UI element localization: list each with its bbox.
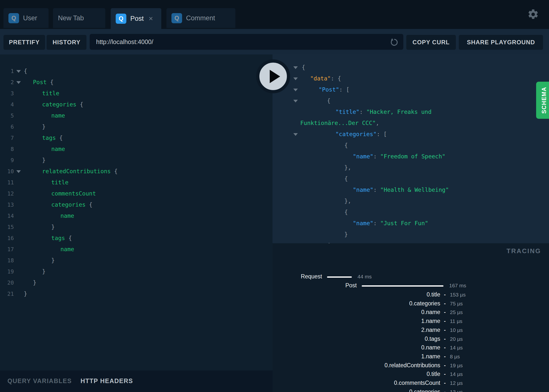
code-token: "Health & Wellbeing"	[380, 187, 449, 193]
line-number: 19	[0, 266, 14, 277]
code-token: {	[111, 168, 118, 174]
line-number: 20	[0, 277, 14, 288]
response-code: "title": "Hacker, Freaks und	[335, 106, 432, 118]
code-token: "data"	[310, 75, 331, 82]
execute-query-button[interactable]	[256, 59, 290, 93]
response-row: },	[273, 196, 549, 207]
endpoint-url-input[interactable]	[90, 34, 403, 50]
tracing-field-value: 12 µs	[450, 380, 463, 386]
copy-curl-button[interactable]: COPY CURL	[406, 35, 456, 50]
response-row: ]	[273, 240, 549, 243]
line-number: 17	[0, 244, 14, 255]
tab-label: New Tab	[58, 14, 84, 22]
code-token: tags	[51, 235, 65, 241]
reload-icon[interactable]	[389, 37, 399, 47]
code-token: "name"	[353, 153, 373, 160]
editor-line: 10relatedContributions {	[0, 166, 273, 177]
line-number: 2	[0, 77, 14, 88]
editor-code: title	[42, 88, 59, 99]
tracing-field-label: 0.name	[273, 309, 440, 316]
editor-line: 18}	[0, 255, 273, 266]
editor-line: 20}	[0, 277, 273, 288]
fold-arrow-icon[interactable]	[293, 133, 298, 136]
tracing-field-dash: -	[444, 336, 446, 342]
fold-arrow-icon[interactable]	[16, 70, 21, 73]
line-number: 18	[0, 255, 14, 266]
code-token: {	[344, 209, 348, 215]
tracing-field-dash: -	[444, 362, 446, 368]
query-variables-tab[interactable]: QUERY VARIABLES	[7, 377, 72, 385]
code-token: }	[33, 279, 36, 286]
line-number: 4	[0, 99, 14, 110]
query-editor[interactable]: 1{2Post {3title4categories {5name6}7tags…	[0, 54, 273, 370]
code-token: }	[42, 123, 46, 130]
fold-arrow-icon[interactable]	[293, 100, 298, 102]
tracing-field-label: 0.commentsCount	[273, 380, 440, 386]
fold-arrow-icon[interactable]	[16, 81, 21, 84]
code-token: "name"	[353, 187, 373, 193]
line-number: 16	[0, 233, 14, 244]
toolbar: PRETTIFY HISTORY COPY CURL SHARE PLAYGRO…	[0, 29, 549, 54]
code-token: {	[344, 142, 348, 148]
editor-code: name	[51, 110, 65, 121]
fold-arrow-icon[interactable]	[293, 89, 298, 91]
response-row: },	[273, 162, 549, 173]
response-code: {	[344, 173, 348, 184]
tab-user[interactable]: QUser	[3, 8, 49, 28]
editor-code: {	[24, 66, 27, 77]
tracing-field-label: 0.categories	[273, 300, 440, 307]
editor-code: name	[51, 144, 65, 155]
tracing-field-label: 0.relatedContributions	[273, 362, 440, 369]
tracing-field-value: 25 µs	[450, 309, 463, 315]
code-token: :	[373, 187, 380, 193]
tracing-field-dash: -	[444, 292, 446, 297]
tracing-field-value: 153 µs	[450, 292, 466, 298]
tab-new-tab[interactable]: New Tab	[53, 8, 105, 28]
fold-arrow-icon[interactable]	[293, 77, 298, 80]
response-code: },	[344, 196, 351, 207]
code-token: name	[51, 146, 65, 152]
tracing-field-value: 8 µs	[450, 354, 460, 360]
code-token: categories	[51, 201, 85, 208]
editor-line: 7tags {	[0, 132, 273, 144]
code-token: {	[327, 98, 330, 104]
editor-code: }	[51, 255, 55, 266]
gear-icon[interactable]	[527, 8, 539, 20]
response-code: {	[327, 95, 330, 106]
tracing-span-bar	[327, 276, 352, 278]
prettify-button[interactable]: PRETTIFY	[3, 35, 45, 50]
editor-line: 21}	[0, 288, 273, 299]
tracing-panel: TRACING Request44 msPost167 ms0.title-15…	[273, 243, 549, 392]
tab-post[interactable]: QPost×	[111, 8, 161, 29]
history-button[interactable]: HISTORY	[47, 35, 86, 50]
tracing-field-dash: -	[444, 371, 446, 377]
tracing-field-value: 14 µs	[450, 371, 463, 377]
tab-label: User	[23, 14, 37, 22]
share-playground-button[interactable]: SHARE PLAYGROUND	[459, 35, 543, 50]
line-number: 5	[0, 110, 14, 121]
code-token: }	[51, 224, 55, 230]
response-code: "name": "Health & Wellbeing"	[353, 184, 449, 196]
tab-comment[interactable]: QComment	[166, 8, 235, 28]
code-token: : [	[377, 131, 387, 137]
tracing-field-label: 0.title	[273, 291, 440, 298]
fold-arrow-icon[interactable]	[293, 66, 298, 69]
schema-tab[interactable]: SCHEMA	[536, 82, 549, 119]
query-badge: Q	[8, 13, 19, 23]
editor-line: 12commentsCount	[0, 188, 273, 199]
fold-arrow-icon[interactable]	[16, 170, 21, 173]
tracing-field-label: 1.name	[273, 318, 440, 324]
response-row: {	[273, 95, 549, 106]
close-icon[interactable]: ×	[149, 15, 153, 22]
editor-code: commentsCount	[51, 188, 96, 199]
response-code: ]	[328, 240, 331, 243]
query-badge: Q	[116, 14, 126, 24]
code-token: name	[60, 246, 74, 252]
response-row: "name": "Freedom of Speech"	[273, 151, 549, 162]
editor-line: 1{	[0, 66, 273, 77]
editor-line: 4categories {	[0, 99, 273, 110]
line-number: 11	[0, 177, 14, 188]
editor-code: relatedContributions {	[42, 166, 118, 177]
http-headers-tab[interactable]: HTTP HEADERS	[81, 377, 133, 385]
code-token: {	[302, 64, 305, 71]
